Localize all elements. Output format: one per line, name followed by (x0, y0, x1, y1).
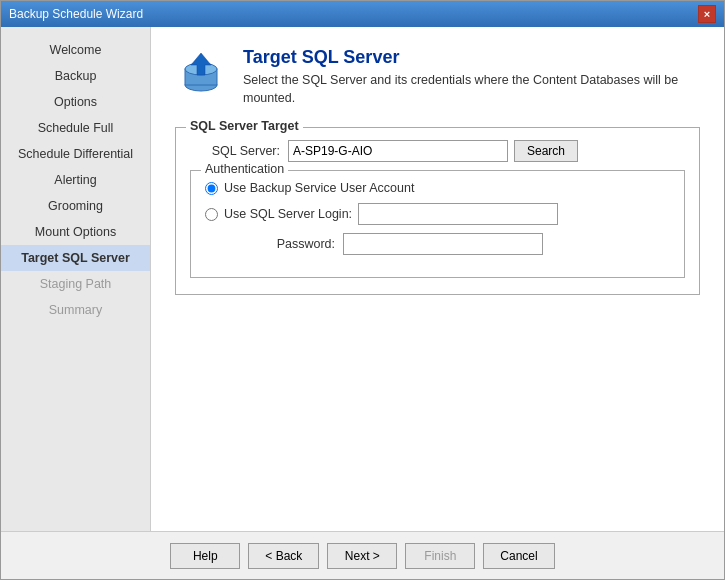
password-input[interactable] (343, 233, 543, 255)
close-button[interactable]: × (698, 5, 716, 23)
sidebar-item-schedule-differential[interactable]: Schedule Differential (1, 141, 150, 167)
sidebar-item-schedule-full[interactable]: Schedule Full (1, 115, 150, 141)
next-button[interactable]: Next > (327, 543, 397, 569)
sql-server-row: SQL Server: Search (190, 140, 685, 162)
page-header: Target SQL Server Select the SQL Server … (175, 47, 700, 107)
sidebar-item-target-sql-server[interactable]: Target SQL Server (1, 245, 150, 271)
sidebar-item-alerting[interactable]: Alerting (1, 167, 150, 193)
cancel-button[interactable]: Cancel (483, 543, 554, 569)
sidebar: Welcome Backup Options Schedule Full Sch… (1, 27, 151, 531)
sidebar-item-staging-path: Staging Path (1, 271, 150, 297)
page-title: Target SQL Server (243, 47, 700, 68)
use-sql-login-row: Use SQL Server Login: (205, 203, 670, 225)
authentication-legend: Authentication (201, 162, 288, 176)
title-bar: Backup Schedule Wizard × (1, 1, 724, 27)
help-button[interactable]: Help (170, 543, 240, 569)
window-title: Backup Schedule Wizard (9, 7, 143, 21)
finish-button: Finish (405, 543, 475, 569)
window-body: Welcome Backup Options Schedule Full Sch… (1, 27, 724, 531)
back-button[interactable]: < Back (248, 543, 319, 569)
use-backup-service-row: Use Backup Service User Account (205, 181, 670, 195)
sql-server-input[interactable] (288, 140, 508, 162)
main-content: Target SQL Server Select the SQL Server … (151, 27, 724, 531)
main-window: Backup Schedule Wizard × Welcome Backup … (0, 0, 725, 580)
use-sql-login-label[interactable]: Use SQL Server Login: (224, 207, 352, 221)
sidebar-item-summary: Summary (1, 297, 150, 323)
password-label: Password: (205, 237, 335, 251)
sql-login-input[interactable] (358, 203, 558, 225)
use-backup-service-radio[interactable] (205, 182, 218, 195)
authentication-group: Authentication Use Backup Service User A… (190, 170, 685, 278)
password-row: Password: (205, 233, 670, 255)
use-sql-login-radio[interactable] (205, 208, 218, 221)
sidebar-item-mount-options[interactable]: Mount Options (1, 219, 150, 245)
page-icon (175, 47, 227, 99)
use-backup-service-label[interactable]: Use Backup Service User Account (224, 181, 414, 195)
sidebar-item-backup[interactable]: Backup (1, 63, 150, 89)
sidebar-item-grooming[interactable]: Grooming (1, 193, 150, 219)
footer: Help < Back Next > Finish Cancel (1, 531, 724, 579)
page-header-text: Target SQL Server Select the SQL Server … (243, 47, 700, 107)
sidebar-item-options[interactable]: Options (1, 89, 150, 115)
sidebar-item-welcome[interactable]: Welcome (1, 37, 150, 63)
sql-server-label: SQL Server: (190, 144, 280, 158)
search-button[interactable]: Search (514, 140, 578, 162)
page-subtitle: Select the SQL Server and its credential… (243, 72, 700, 107)
sql-server-target-group: SQL Server Target SQL Server: Search Aut… (175, 127, 700, 295)
sql-server-target-legend: SQL Server Target (186, 119, 303, 133)
